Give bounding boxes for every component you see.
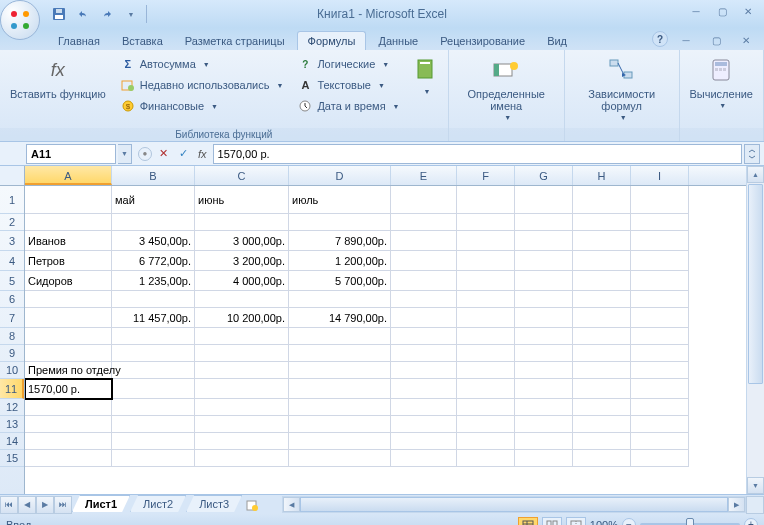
cell-I3[interactable]	[631, 231, 689, 251]
cell-I6[interactable]	[631, 291, 689, 308]
row-header-1[interactable]: 1	[0, 186, 24, 214]
help-icon[interactable]: ?	[652, 31, 668, 47]
col-header-A[interactable]: A	[25, 166, 112, 185]
save-icon[interactable]	[48, 3, 70, 25]
cell-A3[interactable]: Иванов	[25, 231, 112, 251]
cell-H11[interactable]	[573, 379, 631, 399]
cell-D13[interactable]	[289, 416, 391, 433]
cell-E9[interactable]	[391, 345, 457, 362]
cell-D15[interactable]	[289, 450, 391, 467]
cell-H14[interactable]	[573, 433, 631, 450]
qat-customize-icon[interactable]: ▼	[120, 3, 142, 25]
scroll-left-icon[interactable]: ◀	[283, 497, 300, 512]
cell-I14[interactable]	[631, 433, 689, 450]
cell-B8[interactable]	[112, 328, 195, 345]
cell-E6[interactable]	[391, 291, 457, 308]
col-header-E[interactable]: E	[391, 166, 457, 185]
cell-F5[interactable]	[457, 271, 515, 291]
col-header-C[interactable]: C	[195, 166, 289, 185]
tab-insert[interactable]: Вставка	[112, 32, 173, 50]
tab-data[interactable]: Данные	[368, 32, 428, 50]
cell-A8[interactable]	[25, 328, 112, 345]
cell-I10[interactable]	[631, 362, 689, 379]
cell-B6[interactable]	[112, 291, 195, 308]
vscroll-thumb[interactable]	[748, 184, 763, 384]
cell-G3[interactable]	[515, 231, 573, 251]
col-header-H[interactable]: H	[573, 166, 631, 185]
cell-C9[interactable]	[195, 345, 289, 362]
cell-F13[interactable]	[457, 416, 515, 433]
scroll-up-icon[interactable]: ▲	[747, 166, 764, 183]
cell-B2[interactable]	[112, 214, 195, 231]
cell-D11[interactable]	[289, 379, 391, 399]
cell-G4[interactable]	[515, 251, 573, 271]
zoom-out-icon[interactable]: −	[622, 518, 636, 526]
cell-C15[interactable]	[195, 450, 289, 467]
row-header-4[interactable]: 4	[0, 251, 24, 271]
cell-B14[interactable]	[112, 433, 195, 450]
cell-E4[interactable]	[391, 251, 457, 271]
cell-C11[interactable]	[195, 379, 289, 399]
cell-F3[interactable]	[457, 231, 515, 251]
col-header-I[interactable]: I	[631, 166, 689, 185]
cell-G6[interactable]	[515, 291, 573, 308]
cell-B3[interactable]: 3 450,00р.	[112, 231, 195, 251]
cell-grid[interactable]: майиюньиюльИванов3 450,00р.3 000,00р.7 8…	[25, 186, 746, 494]
fx-icon[interactable]: fx	[198, 148, 207, 160]
cell-C13[interactable]	[195, 416, 289, 433]
cell-B11[interactable]	[112, 379, 195, 399]
more-functions-button[interactable]: ▼	[408, 52, 444, 97]
redo-icon[interactable]	[96, 3, 118, 25]
undo-icon[interactable]	[72, 3, 94, 25]
cell-G7[interactable]	[515, 308, 573, 328]
sheet-tab-3[interactable]: Лист3	[186, 495, 242, 512]
cell-A15[interactable]	[25, 450, 112, 467]
calculation-button[interactable]: Вычисление▼	[684, 52, 760, 111]
cell-D4[interactable]: 1 200,00р.	[289, 251, 391, 271]
cell-I4[interactable]	[631, 251, 689, 271]
cell-D1[interactable]: июль	[289, 186, 391, 214]
cell-B7[interactable]: 11 457,00р.	[112, 308, 195, 328]
cell-H15[interactable]	[573, 450, 631, 467]
col-header-G[interactable]: G	[515, 166, 573, 185]
cell-B10[interactable]	[112, 362, 195, 379]
cell-F11[interactable]	[457, 379, 515, 399]
name-box[interactable]: A11	[26, 144, 116, 164]
cell-A2[interactable]	[25, 214, 112, 231]
cell-C14[interactable]	[195, 433, 289, 450]
logical-button[interactable]: ?Логические▼	[293, 54, 403, 74]
cell-E13[interactable]	[391, 416, 457, 433]
tab-review[interactable]: Рецензирование	[430, 32, 535, 50]
cell-G9[interactable]	[515, 345, 573, 362]
cell-C12[interactable]	[195, 399, 289, 416]
cell-H13[interactable]	[573, 416, 631, 433]
cell-I7[interactable]	[631, 308, 689, 328]
cell-A12[interactable]	[25, 399, 112, 416]
office-button[interactable]	[0, 0, 40, 40]
tab-first-icon[interactable]: ⏮	[0, 496, 18, 514]
cell-A4[interactable]: Петров	[25, 251, 112, 271]
cell-A13[interactable]	[25, 416, 112, 433]
cell-A5[interactable]: Сидоров	[25, 271, 112, 291]
sheet-tab-2[interactable]: Лист2	[130, 495, 186, 512]
cell-H6[interactable]	[573, 291, 631, 308]
cell-B9[interactable]	[112, 345, 195, 362]
row-header-9[interactable]: 9	[0, 345, 24, 362]
doc-minimize-button[interactable]: ─	[674, 31, 698, 49]
row-header-7[interactable]: 7	[0, 308, 24, 328]
cell-C1[interactable]: июнь	[195, 186, 289, 214]
zoom-level[interactable]: 100%	[590, 519, 618, 526]
cell-E12[interactable]	[391, 399, 457, 416]
cell-F15[interactable]	[457, 450, 515, 467]
cell-E5[interactable]	[391, 271, 457, 291]
hscroll-thumb[interactable]	[300, 497, 728, 512]
column-headers[interactable]: ABCDEFGHI	[25, 166, 746, 186]
expand-namebox-icon[interactable]: ●	[138, 147, 152, 161]
doc-close-button[interactable]: ✕	[734, 31, 758, 49]
cell-D10[interactable]	[289, 362, 391, 379]
page-break-view-icon[interactable]	[566, 517, 586, 526]
cell-B4[interactable]: 6 772,00р.	[112, 251, 195, 271]
vertical-scrollbar[interactable]: ▲ ▼	[746, 166, 764, 494]
datetime-button[interactable]: Дата и время▼	[293, 96, 403, 116]
row-header-14[interactable]: 14	[0, 433, 24, 450]
